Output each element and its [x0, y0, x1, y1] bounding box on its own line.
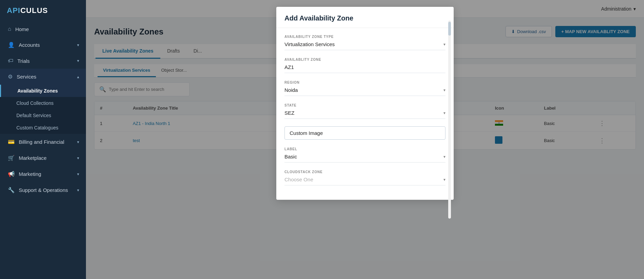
sidebar-item-services-label: Services — [17, 74, 36, 80]
az-type-field: AVAILABILITY ZONE TYPE Virtualization Se… — [284, 35, 445, 50]
sidebar: APICULUS ⌂ Home 👤 Accounts ▾ 🏷 Trials ▾ … — [0, 0, 86, 279]
custom-image-field — [284, 126, 445, 140]
modal-scroll-thumb — [448, 22, 451, 36]
sidebar-sub-availability-zones[interactable]: Availability Zones — [0, 85, 86, 97]
marketing-icon: 📢 — [8, 171, 15, 177]
default-services-label: Default Services — [16, 113, 51, 118]
main-content: Administration ▾ Availability Zones ⬇ Do… — [86, 0, 644, 279]
cloudstack-placeholder: Choose One — [284, 177, 313, 182]
logo: APICULUS — [0, 0, 86, 21]
logo-text: APICULUS — [7, 6, 48, 15]
region-dropdown[interactable]: Noida ▾ — [284, 86, 445, 96]
label-field: LABEL Basic ▾ — [284, 147, 445, 163]
chevron-down-icon: ▾ — [77, 188, 79, 193]
custom-image-input[interactable] — [284, 126, 445, 140]
sidebar-sub-custom-catalogues[interactable]: Custom Catalogues — [0, 122, 86, 134]
billing-icon: 💳 — [8, 139, 15, 145]
sidebar-item-marketplace[interactable]: 🛒 Marketplace ▾ — [0, 150, 86, 166]
chevron-down-icon: ▾ — [443, 177, 445, 182]
availability-zones-label: Availability Zones — [17, 88, 58, 94]
sidebar-item-home-label: Home — [15, 26, 29, 32]
chevron-down-icon: ▾ — [443, 111, 445, 115]
home-icon: ⌂ — [8, 26, 11, 32]
cloudstack-dropdown[interactable]: Choose One ▾ — [284, 175, 445, 185]
sidebar-item-support-label: Support & Operations — [19, 187, 68, 193]
cloudstack-zone-field: CLOUDSTACK ZONE Choose One ▾ — [284, 170, 445, 185]
chevron-down-icon: ▾ — [77, 58, 79, 63]
az-zone-value: AZ1 — [284, 64, 294, 70]
modal-overlay: Add Availability Zone AVAILABILITY ZONE … — [86, 0, 644, 279]
chevron-up-icon: ▴ — [77, 74, 79, 79]
region-label: REGION — [284, 81, 445, 84]
sidebar-sub-default-services[interactable]: Default Services — [0, 109, 86, 122]
chevron-down-icon: ▾ — [77, 156, 79, 161]
state-field: STATE SEZ ▾ — [284, 103, 445, 119]
marketplace-icon: 🛒 — [8, 155, 15, 161]
az-type-label: AVAILABILITY ZONE TYPE — [284, 35, 445, 39]
accounts-icon: 👤 — [8, 42, 15, 48]
state-label: STATE — [284, 103, 445, 107]
modal-scrollbar — [448, 20, 451, 219]
support-icon: 🔧 — [8, 187, 15, 193]
chevron-down-icon: ▾ — [443, 154, 445, 159]
trials-icon: 🏷 — [8, 58, 13, 64]
sidebar-item-accounts[interactable]: 👤 Accounts ▾ — [0, 37, 86, 53]
az-type-dropdown[interactable]: Virtualization Services ▾ — [284, 40, 445, 50]
az-zone-field: AVAILABLITY ZONE AZ1 — [284, 58, 445, 73]
modal-header: Add Availability Zone — [276, 7, 454, 28]
region-value: Noida — [284, 87, 298, 93]
cloud-collections-label: Cloud Collections — [16, 100, 54, 106]
state-value: SEZ — [284, 110, 294, 116]
chevron-down-icon: ▾ — [77, 140, 79, 144]
sidebar-item-accounts-label: Accounts — [19, 42, 40, 48]
chevron-down-icon: ▾ — [443, 42, 445, 47]
services-icon: ⚙ — [8, 73, 13, 80]
label-value: Basic — [284, 154, 297, 159]
sidebar-item-home[interactable]: ⌂ Home — [0, 21, 86, 37]
modal-title: Add Availability Zone — [284, 14, 445, 22]
region-field: REGION Noida ▾ — [284, 81, 445, 96]
az-zone-value-container: AZ1 — [284, 63, 445, 73]
state-dropdown[interactable]: SEZ ▾ — [284, 109, 445, 119]
chevron-down-icon: ▾ — [77, 43, 79, 47]
sidebar-item-billing-label: Billing and Financial — [19, 139, 64, 145]
az-type-value: Virtualization Services — [284, 41, 335, 47]
sidebar-item-support[interactable]: 🔧 Support & Operations ▾ — [0, 182, 86, 198]
custom-catalogues-label: Custom Catalogues — [16, 125, 58, 130]
sidebar-item-marketing[interactable]: 📢 Marketing ▾ — [0, 166, 86, 182]
add-availability-zone-modal: Add Availability Zone AVAILABILITY ZONE … — [276, 7, 454, 200]
sidebar-item-marketplace-label: Marketplace — [19, 155, 47, 161]
chevron-down-icon: ▾ — [77, 172, 79, 177]
sidebar-item-marketing-label: Marketing — [19, 171, 41, 177]
label-label: LABEL — [284, 147, 445, 151]
chevron-down-icon: ▾ — [443, 88, 445, 93]
label-dropdown[interactable]: Basic ▾ — [284, 152, 445, 163]
az-zone-label: AVAILABLITY ZONE — [284, 58, 445, 61]
sidebar-sub-cloud-collections[interactable]: Cloud Collections — [0, 97, 86, 109]
sidebar-item-trials-label: Trials — [17, 58, 30, 64]
modal-body: AVAILABILITY ZONE TYPE Virtualization Se… — [276, 28, 454, 200]
sidebar-item-trials[interactable]: 🏷 Trials ▾ — [0, 53, 86, 69]
cloudstack-label: CLOUDSTACK ZONE — [284, 170, 445, 174]
sidebar-item-billing[interactable]: 💳 Billing and Financial ▾ — [0, 134, 86, 150]
sidebar-item-services[interactable]: ⚙ Services ▴ — [0, 69, 86, 85]
